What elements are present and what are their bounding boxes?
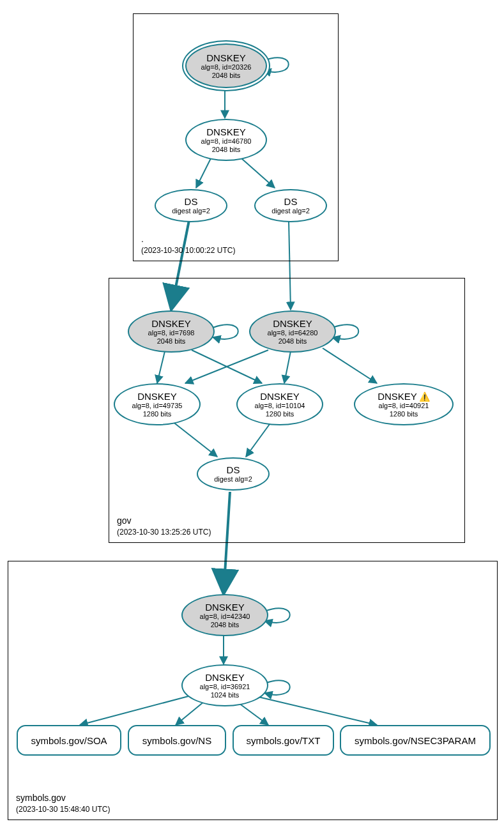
node-title: DNSKEY [206, 126, 246, 137]
node-root-ds1: DS digest alg=2 [155, 189, 227, 222]
node-title: DS [185, 196, 198, 207]
node-sub2: 1024 bits [211, 691, 240, 699]
zone-gov-label: gov (2023-10-30 13:25:26 UTC) [117, 515, 211, 537]
node-title: DNSKEY [151, 318, 191, 329]
node-sym-ns: symbols.gov/NS [128, 725, 226, 756]
node-title: symbols.gov/TXT [247, 735, 321, 746]
node-sub1: digest alg=2 [172, 207, 210, 215]
node-title: DNSKEY [260, 391, 300, 402]
node-sub1: alg=8, id=20326 [201, 63, 252, 72]
node-sub1: alg=8, id=40921 [379, 402, 429, 410]
node-sym-soa: symbols.gov/SOA [17, 725, 121, 756]
node-title: DS [227, 464, 240, 475]
warning-icon: ⚠️ [419, 392, 430, 402]
node-gov-ds: DS digest alg=2 [197, 457, 270, 491]
node-root-ksk: DNSKEY alg=8, id=20326 2048 bits [185, 43, 267, 88]
node-gov-zsk3: DNSKEY⚠️ alg=8, id=40921 1280 bits [354, 383, 454, 425]
node-root-zsk: DNSKEY alg=8, id=46780 2048 bits [185, 119, 267, 161]
node-sub2: 2048 bits [211, 621, 240, 629]
node-sub1: alg=8, id=7698 [148, 329, 195, 337]
node-title: symbols.gov/SOA [31, 735, 107, 746]
node-title: symbols.gov/NSEC3PARAM [355, 735, 476, 746]
node-sub1: alg=8, id=10104 [255, 402, 305, 410]
zone-gov-ts: (2023-10-30 13:25:26 UTC) [117, 527, 211, 537]
node-gov-zsk2: DNSKEY alg=8, id=10104 1280 bits [236, 383, 323, 425]
node-title: DNSKEY⚠️ [378, 391, 430, 402]
node-sub1: digest alg=2 [214, 475, 252, 484]
node-sub2: 2048 bits [157, 337, 186, 346]
node-sub1: digest alg=2 [271, 207, 310, 215]
zone-gov-name: gov [117, 515, 211, 527]
node-sub2: 1280 bits [390, 410, 418, 418]
node-title: DNSKEY [273, 318, 312, 329]
zone-root-label: . (2023-10-30 10:00:22 UTC) [141, 233, 235, 255]
node-title: DNSKEY [137, 391, 177, 402]
zone-root-name: . [141, 233, 235, 245]
node-sub1: alg=8, id=64280 [268, 329, 318, 337]
zone-symbols-label: symbols.gov (2023-10-30 15:48:40 UTC) [16, 792, 110, 814]
zone-root-ts: (2023-10-30 10:00:22 UTC) [141, 245, 235, 255]
node-sym-txt: symbols.gov/TXT [233, 725, 334, 756]
node-title: DNSKEY [205, 602, 245, 613]
node-sub2: 2048 bits [279, 337, 307, 346]
node-title: symbols.gov/NS [142, 735, 211, 746]
zone-symbols-name: symbols.gov [16, 792, 110, 804]
node-sym-ksk: DNSKEY alg=8, id=42340 2048 bits [181, 594, 268, 636]
zone-symbols-ts: (2023-10-30 15:48:40 UTC) [16, 804, 110, 814]
node-gov-zsk1: DNSKEY alg=8, id=49735 1280 bits [114, 383, 201, 425]
node-sub1: alg=8, id=42340 [200, 613, 250, 621]
node-title: DNSKEY [206, 52, 246, 63]
node-sub2: 1280 bits [266, 410, 294, 418]
node-title: DS [284, 196, 298, 207]
node-gov-ksk2: DNSKEY alg=8, id=64280 2048 bits [249, 310, 336, 353]
node-sub1: alg=8, id=46780 [201, 137, 252, 146]
node-sub2: 2048 bits [212, 72, 241, 80]
node-gov-ksk1: DNSKEY alg=8, id=7698 2048 bits [128, 310, 215, 353]
node-sub1: alg=8, id=49735 [132, 402, 183, 410]
node-title: DNSKEY [205, 672, 245, 683]
node-sub1: alg=8, id=36921 [200, 683, 250, 691]
node-sym-nsec3: symbols.gov/NSEC3PARAM [340, 725, 491, 756]
node-sub2: 1280 bits [143, 410, 172, 418]
node-sym-zsk: DNSKEY alg=8, id=36921 1024 bits [181, 664, 268, 706]
diagram-canvas: . (2023-10-30 10:00:22 UTC) gov (2023-10… [0, 0, 504, 831]
node-sub2: 2048 bits [212, 146, 241, 154]
node-root-ds2: DS digest alg=2 [254, 189, 327, 222]
